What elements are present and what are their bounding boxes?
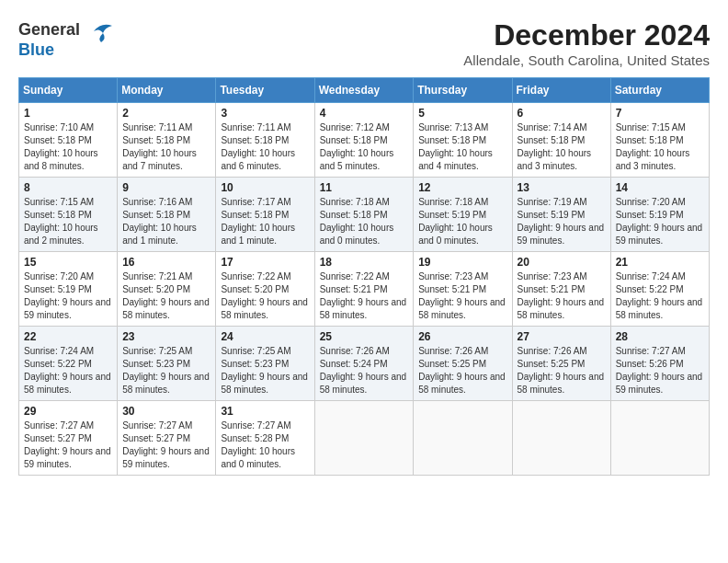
calendar-day-header: Tuesday — [216, 78, 314, 103]
logo-bird-icon — [86, 18, 116, 44]
day-info: Sunrise: 7:20 AMSunset: 5:19 PMDaylight:… — [616, 196, 704, 247]
calendar-day-cell: 20 Sunrise: 7:23 AMSunset: 5:21 PMDaylig… — [512, 252, 610, 327]
calendar-day-header: Wednesday — [314, 78, 414, 103]
day-number: 3 — [221, 107, 309, 120]
calendar-day-cell: 9 Sunrise: 7:16 AMSunset: 5:18 PMDayligh… — [118, 178, 216, 252]
calendar-day-cell: 8 Sunrise: 7:15 AMSunset: 5:18 PMDayligh… — [19, 178, 118, 252]
calendar-day-cell: 27 Sunrise: 7:26 AMSunset: 5:25 PMDaylig… — [512, 327, 610, 401]
day-info: Sunrise: 7:17 AMSunset: 5:18 PMDaylight:… — [221, 196, 309, 247]
day-number: 13 — [518, 181, 606, 194]
calendar-day-cell: 6 Sunrise: 7:14 AMSunset: 5:18 PMDayligh… — [512, 103, 610, 178]
day-number: 7 — [616, 107, 704, 120]
day-number: 6 — [518, 107, 606, 120]
calendar-day-cell — [414, 401, 512, 476]
day-number: 11 — [320, 181, 409, 194]
day-info: Sunrise: 7:11 AMSunset: 5:18 PMDaylight:… — [221, 121, 309, 173]
day-number: 26 — [418, 330, 506, 343]
day-info: Sunrise: 7:11 AMSunset: 5:18 PMDaylight:… — [122, 121, 210, 173]
day-info: Sunrise: 7:22 AMSunset: 5:20 PMDaylight:… — [221, 270, 309, 322]
calendar-day-cell: 26 Sunrise: 7:26 AMSunset: 5:25 PMDaylig… — [414, 327, 512, 401]
calendar-day-cell: 13 Sunrise: 7:19 AMSunset: 5:19 PMDaylig… — [512, 178, 610, 252]
calendar-day-header: Monday — [118, 78, 216, 103]
day-info: Sunrise: 7:23 AMSunset: 5:21 PMDaylight:… — [418, 270, 506, 322]
day-info: Sunrise: 7:27 AMSunset: 5:27 PMDaylight:… — [122, 419, 210, 471]
calendar-day-cell: 1 Sunrise: 7:10 AMSunset: 5:18 PMDayligh… — [19, 103, 118, 178]
day-number: 14 — [616, 181, 704, 194]
calendar-day-cell — [314, 401, 414, 476]
calendar-day-cell: 21 Sunrise: 7:24 AMSunset: 5:22 PMDaylig… — [610, 252, 709, 327]
day-info: Sunrise: 7:14 AMSunset: 5:18 PMDaylight:… — [518, 121, 606, 173]
calendar-day-cell: 23 Sunrise: 7:25 AMSunset: 5:23 PMDaylig… — [118, 327, 216, 401]
calendar-day-cell: 12 Sunrise: 7:18 AMSunset: 5:19 PMDaylig… — [414, 178, 512, 252]
day-info: Sunrise: 7:25 AMSunset: 5:23 PMDaylight:… — [122, 345, 210, 396]
day-number: 20 — [518, 256, 606, 269]
day-number: 17 — [221, 256, 309, 269]
day-info: Sunrise: 7:25 AMSunset: 5:23 PMDaylight:… — [221, 345, 309, 396]
calendar-header-row: SundayMondayTuesdayWednesdayThursdayFrid… — [19, 78, 710, 103]
calendar-day-cell: 3 Sunrise: 7:11 AMSunset: 5:18 PMDayligh… — [216, 103, 314, 178]
day-info: Sunrise: 7:19 AMSunset: 5:19 PMDaylight:… — [518, 196, 606, 247]
calendar-day-cell: 7 Sunrise: 7:15 AMSunset: 5:18 PMDayligh… — [610, 103, 709, 178]
calendar-day-header: Thursday — [414, 78, 512, 103]
calendar-week-row: 29 Sunrise: 7:27 AMSunset: 5:27 PMDaylig… — [19, 401, 710, 476]
day-number: 25 — [320, 330, 409, 343]
calendar-day-cell: 25 Sunrise: 7:26 AMSunset: 5:24 PMDaylig… — [314, 327, 414, 401]
day-info: Sunrise: 7:10 AMSunset: 5:18 PMDaylight:… — [24, 121, 112, 173]
day-number: 8 — [24, 181, 112, 194]
day-info: Sunrise: 7:27 AMSunset: 5:26 PMDaylight:… — [616, 345, 704, 396]
day-info: Sunrise: 7:27 AMSunset: 5:27 PMDaylight:… — [24, 419, 112, 471]
day-info: Sunrise: 7:18 AMSunset: 5:19 PMDaylight:… — [418, 196, 506, 247]
calendar-day-cell: 24 Sunrise: 7:25 AMSunset: 5:23 PMDaylig… — [216, 327, 314, 401]
day-number: 18 — [320, 256, 409, 269]
day-number: 21 — [616, 256, 704, 269]
logo-blue-text: Blue — [18, 40, 54, 60]
day-number: 12 — [418, 181, 506, 194]
title-area: December 2024 Allendale, South Carolina,… — [463, 18, 710, 68]
month-title: December 2024 — [463, 18, 710, 52]
day-number: 27 — [518, 330, 606, 343]
calendar-day-cell: 2 Sunrise: 7:11 AMSunset: 5:18 PMDayligh… — [118, 103, 216, 178]
logo: General Blue — [18, 18, 116, 60]
day-number: 16 — [122, 256, 210, 269]
day-number: 2 — [122, 107, 210, 120]
calendar-day-cell: 14 Sunrise: 7:20 AMSunset: 5:19 PMDaylig… — [610, 178, 709, 252]
calendar-day-cell: 16 Sunrise: 7:21 AMSunset: 5:20 PMDaylig… — [118, 252, 216, 327]
day-info: Sunrise: 7:23 AMSunset: 5:21 PMDaylight:… — [518, 270, 606, 322]
day-info: Sunrise: 7:20 AMSunset: 5:19 PMDaylight:… — [24, 270, 112, 322]
day-info: Sunrise: 7:13 AMSunset: 5:18 PMDaylight:… — [418, 121, 506, 173]
day-info: Sunrise: 7:22 AMSunset: 5:21 PMDaylight:… — [320, 270, 409, 322]
day-info: Sunrise: 7:26 AMSunset: 5:25 PMDaylight:… — [518, 345, 606, 396]
calendar-day-header: Sunday — [19, 78, 118, 103]
day-info: Sunrise: 7:12 AMSunset: 5:18 PMDaylight:… — [320, 121, 409, 173]
day-number: 4 — [320, 107, 409, 120]
calendar-day-cell — [512, 401, 610, 476]
calendar-day-header: Friday — [512, 78, 610, 103]
day-info: Sunrise: 7:18 AMSunset: 5:18 PMDaylight:… — [320, 196, 409, 247]
day-number: 31 — [221, 405, 309, 418]
day-number: 15 — [24, 256, 112, 269]
day-info: Sunrise: 7:21 AMSunset: 5:20 PMDaylight:… — [122, 270, 210, 322]
calendar-week-row: 22 Sunrise: 7:24 AMSunset: 5:22 PMDaylig… — [19, 327, 710, 401]
calendar-day-cell: 19 Sunrise: 7:23 AMSunset: 5:21 PMDaylig… — [414, 252, 512, 327]
day-number: 10 — [221, 181, 309, 194]
day-number: 28 — [616, 330, 704, 343]
day-info: Sunrise: 7:27 AMSunset: 5:28 PMDaylight:… — [221, 419, 309, 471]
day-info: Sunrise: 7:15 AMSunset: 5:18 PMDaylight:… — [616, 121, 704, 173]
calendar-week-row: 1 Sunrise: 7:10 AMSunset: 5:18 PMDayligh… — [19, 103, 710, 178]
calendar-day-cell: 10 Sunrise: 7:17 AMSunset: 5:18 PMDaylig… — [216, 178, 314, 252]
day-info: Sunrise: 7:26 AMSunset: 5:25 PMDaylight:… — [418, 345, 506, 396]
calendar-day-cell: 5 Sunrise: 7:13 AMSunset: 5:18 PMDayligh… — [414, 103, 512, 178]
day-info: Sunrise: 7:24 AMSunset: 5:22 PMDaylight:… — [24, 345, 112, 396]
calendar-day-cell: 4 Sunrise: 7:12 AMSunset: 5:18 PMDayligh… — [314, 103, 414, 178]
day-info: Sunrise: 7:24 AMSunset: 5:22 PMDaylight:… — [616, 270, 704, 322]
day-number: 29 — [24, 405, 112, 418]
calendar-day-cell: 30 Sunrise: 7:27 AMSunset: 5:27 PMDaylig… — [118, 401, 216, 476]
day-number: 24 — [221, 330, 309, 343]
calendar-week-row: 8 Sunrise: 7:15 AMSunset: 5:18 PMDayligh… — [19, 178, 710, 252]
calendar-day-cell: 29 Sunrise: 7:27 AMSunset: 5:27 PMDaylig… — [19, 401, 118, 476]
day-number: 19 — [418, 256, 506, 269]
header: General Blue December 2024 Allendale, So… — [18, 18, 710, 68]
day-number: 23 — [122, 330, 210, 343]
calendar: SundayMondayTuesdayWednesdayThursdayFrid… — [18, 77, 710, 476]
day-info: Sunrise: 7:15 AMSunset: 5:18 PMDaylight:… — [24, 196, 112, 247]
